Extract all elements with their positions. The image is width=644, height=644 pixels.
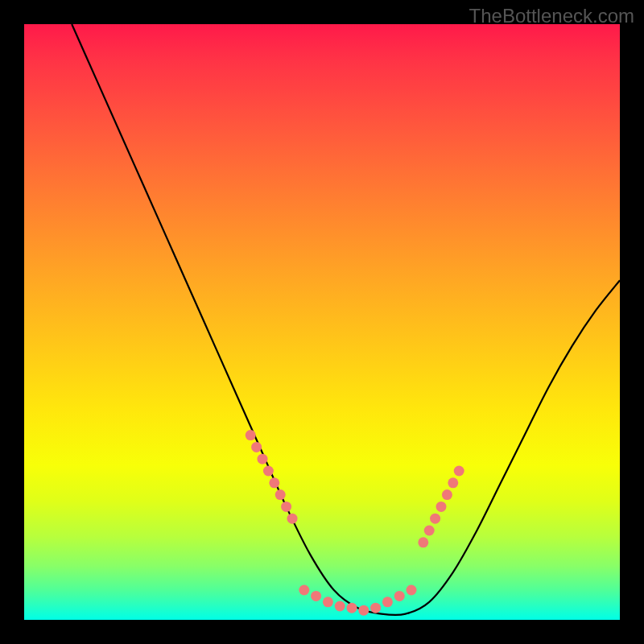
data-dot	[275, 489, 286, 500]
plot-area	[24, 24, 620, 620]
data-dot	[287, 514, 298, 524]
bottleneck-curve	[72, 24, 620, 615]
data-dot	[347, 603, 357, 613]
data-dot	[246, 430, 256, 440]
data-dot	[454, 466, 464, 477]
data-dot	[311, 591, 321, 601]
data-dots	[246, 430, 464, 616]
chart-svg	[24, 24, 620, 620]
data-dot	[281, 502, 291, 512]
watermark-text: TheBottleneck.com	[469, 5, 634, 27]
data-dot	[418, 537, 428, 547]
data-dot	[382, 597, 393, 607]
data-dot	[424, 526, 435, 536]
data-dot	[358, 605, 369, 616]
data-dot	[299, 585, 309, 596]
data-dot	[436, 502, 447, 512]
data-dot	[335, 601, 345, 611]
data-dot	[407, 585, 417, 596]
data-dot	[263, 466, 274, 477]
data-dot	[251, 442, 262, 452]
data-dot	[430, 514, 440, 524]
data-dot	[269, 477, 279, 488]
data-dot	[442, 489, 452, 500]
data-dot	[258, 454, 268, 464]
data-dot	[448, 477, 458, 488]
data-dot	[394, 591, 405, 601]
data-dot	[370, 603, 381, 613]
data-dot	[323, 597, 333, 607]
